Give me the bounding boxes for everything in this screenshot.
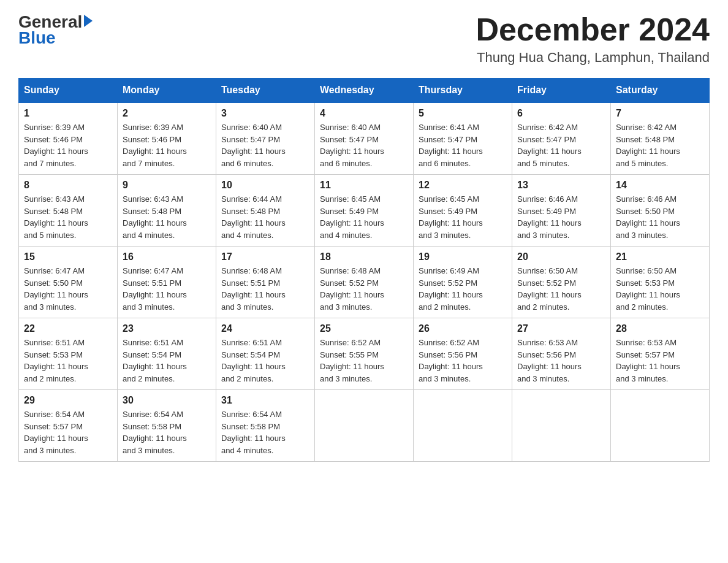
day-number: 20 — [517, 251, 605, 262]
day-number: 4 — [320, 108, 408, 119]
day-number: 17 — [221, 251, 309, 262]
day-info: Sunrise: 6:41 AM Sunset: 5:47 PM Dayligh… — [419, 121, 507, 169]
table-cell — [414, 390, 512, 462]
table-cell: 31 Sunrise: 6:54 AM Sunset: 5:58 PM Dayl… — [216, 390, 315, 462]
table-row: 1 Sunrise: 6:39 AM Sunset: 5:46 PM Dayli… — [19, 102, 710, 175]
table-cell: 25 Sunrise: 6:52 AM Sunset: 5:55 PM Dayl… — [315, 318, 414, 390]
day-info: Sunrise: 6:51 AM Sunset: 5:53 PM Dayligh… — [24, 337, 112, 385]
day-info: Sunrise: 6:54 AM Sunset: 5:58 PM Dayligh… — [123, 408, 211, 456]
table-cell: 5 Sunrise: 6:41 AM Sunset: 5:47 PM Dayli… — [414, 102, 512, 175]
table-cell: 18 Sunrise: 6:48 AM Sunset: 5:52 PM Dayl… — [315, 247, 414, 318]
table-cell: 1 Sunrise: 6:39 AM Sunset: 5:46 PM Dayli… — [19, 102, 118, 175]
col-thursday: Thursday — [414, 79, 512, 103]
table-cell: 19 Sunrise: 6:49 AM Sunset: 5:52 PM Dayl… — [414, 247, 512, 318]
day-info: Sunrise: 6:47 AM Sunset: 5:51 PM Dayligh… — [123, 265, 211, 313]
table-row: 15 Sunrise: 6:47 AM Sunset: 5:50 PM Dayl… — [19, 247, 710, 318]
day-number: 30 — [123, 395, 211, 406]
day-info: Sunrise: 6:47 AM Sunset: 5:50 PM Dayligh… — [24, 265, 112, 313]
day-info: Sunrise: 6:52 AM Sunset: 5:56 PM Dayligh… — [419, 337, 507, 385]
table-row: 29 Sunrise: 6:54 AM Sunset: 5:57 PM Dayl… — [19, 390, 710, 462]
day-number: 31 — [221, 395, 309, 406]
day-info: Sunrise: 6:53 AM Sunset: 5:56 PM Dayligh… — [517, 337, 605, 385]
header-row: Sunday Monday Tuesday Wednesday Thursday… — [19, 79, 710, 103]
day-info: Sunrise: 6:53 AM Sunset: 5:57 PM Dayligh… — [616, 337, 704, 385]
table-cell — [611, 390, 710, 462]
day-number: 18 — [320, 251, 408, 262]
table-cell: 2 Sunrise: 6:39 AM Sunset: 5:46 PM Dayli… — [118, 102, 216, 175]
day-number: 19 — [419, 251, 507, 262]
table-cell: 14 Sunrise: 6:46 AM Sunset: 5:50 PM Dayl… — [611, 175, 710, 247]
table-cell: 17 Sunrise: 6:48 AM Sunset: 5:51 PM Dayl… — [216, 247, 315, 318]
day-number: 27 — [517, 323, 605, 334]
title-area: December 2024 Thung Hua Chang, Lamphun, … — [476, 12, 710, 66]
col-tuesday: Tuesday — [216, 79, 315, 103]
table-cell: 10 Sunrise: 6:44 AM Sunset: 5:48 PM Dayl… — [216, 175, 315, 247]
day-info: Sunrise: 6:46 AM Sunset: 5:49 PM Dayligh… — [517, 193, 605, 241]
day-number: 14 — [616, 180, 704, 191]
day-number: 10 — [221, 180, 309, 191]
table-cell: 29 Sunrise: 6:54 AM Sunset: 5:57 PM Dayl… — [19, 390, 118, 462]
table-row: 8 Sunrise: 6:43 AM Sunset: 5:48 PM Dayli… — [19, 175, 710, 247]
table-cell: 30 Sunrise: 6:54 AM Sunset: 5:58 PM Dayl… — [118, 390, 216, 462]
table-cell: 15 Sunrise: 6:47 AM Sunset: 5:50 PM Dayl… — [19, 247, 118, 318]
day-info: Sunrise: 6:40 AM Sunset: 5:47 PM Dayligh… — [320, 121, 408, 169]
day-number: 6 — [517, 108, 605, 119]
table-cell: 26 Sunrise: 6:52 AM Sunset: 5:56 PM Dayl… — [414, 318, 512, 390]
table-cell: 27 Sunrise: 6:53 AM Sunset: 5:56 PM Dayl… — [512, 318, 611, 390]
table-cell: 22 Sunrise: 6:51 AM Sunset: 5:53 PM Dayl… — [19, 318, 118, 390]
day-number: 16 — [123, 251, 211, 262]
table-cell: 21 Sunrise: 6:50 AM Sunset: 5:53 PM Dayl… — [611, 247, 710, 318]
col-sunday: Sunday — [19, 79, 118, 103]
col-wednesday: Wednesday — [315, 79, 414, 103]
day-info: Sunrise: 6:42 AM Sunset: 5:48 PM Dayligh… — [616, 121, 704, 169]
day-info: Sunrise: 6:43 AM Sunset: 5:48 PM Dayligh… — [123, 193, 211, 241]
table-cell: 9 Sunrise: 6:43 AM Sunset: 5:48 PM Dayli… — [118, 175, 216, 247]
table-cell: 23 Sunrise: 6:51 AM Sunset: 5:54 PM Dayl… — [118, 318, 216, 390]
day-info: Sunrise: 6:45 AM Sunset: 5:49 PM Dayligh… — [320, 193, 408, 241]
day-number: 25 — [320, 323, 408, 334]
table-cell: 12 Sunrise: 6:45 AM Sunset: 5:49 PM Dayl… — [414, 175, 512, 247]
col-monday: Monday — [118, 79, 216, 103]
day-number: 1 — [24, 108, 112, 119]
day-info: Sunrise: 6:43 AM Sunset: 5:48 PM Dayligh… — [24, 193, 112, 241]
day-info: Sunrise: 6:50 AM Sunset: 5:53 PM Dayligh… — [616, 265, 704, 313]
day-number: 2 — [123, 108, 211, 119]
day-info: Sunrise: 6:51 AM Sunset: 5:54 PM Dayligh… — [123, 337, 211, 385]
day-number: 29 — [24, 395, 112, 406]
table-cell: 24 Sunrise: 6:51 AM Sunset: 5:54 PM Dayl… — [216, 318, 315, 390]
col-saturday: Saturday — [611, 79, 710, 103]
day-info: Sunrise: 6:40 AM Sunset: 5:47 PM Dayligh… — [221, 121, 309, 169]
day-info: Sunrise: 6:54 AM Sunset: 5:57 PM Dayligh… — [24, 408, 112, 456]
day-info: Sunrise: 6:48 AM Sunset: 5:51 PM Dayligh… — [221, 265, 309, 313]
day-info: Sunrise: 6:44 AM Sunset: 5:48 PM Dayligh… — [221, 193, 309, 241]
logo-triangle-icon — [84, 15, 93, 27]
day-number: 13 — [517, 180, 605, 191]
calendar-table: Sunday Monday Tuesday Wednesday Thursday… — [18, 78, 710, 462]
table-cell: 6 Sunrise: 6:42 AM Sunset: 5:47 PM Dayli… — [512, 102, 611, 175]
day-number: 26 — [419, 323, 507, 334]
day-info: Sunrise: 6:42 AM Sunset: 5:47 PM Dayligh… — [517, 121, 605, 169]
table-row: 22 Sunrise: 6:51 AM Sunset: 5:53 PM Dayl… — [19, 318, 710, 390]
day-info: Sunrise: 6:54 AM Sunset: 5:58 PM Dayligh… — [221, 408, 309, 456]
day-number: 28 — [616, 323, 704, 334]
subtitle: Thung Hua Chang, Lamphun, Thailand — [476, 50, 710, 66]
day-info: Sunrise: 6:50 AM Sunset: 5:52 PM Dayligh… — [517, 265, 605, 313]
day-info: Sunrise: 6:39 AM Sunset: 5:46 PM Dayligh… — [123, 121, 211, 169]
day-number: 23 — [123, 323, 211, 334]
day-info: Sunrise: 6:45 AM Sunset: 5:49 PM Dayligh… — [419, 193, 507, 241]
logo: General Blue — [18, 12, 93, 48]
day-info: Sunrise: 6:51 AM Sunset: 5:54 PM Dayligh… — [221, 337, 309, 385]
table-cell: 20 Sunrise: 6:50 AM Sunset: 5:52 PM Dayl… — [512, 247, 611, 318]
col-friday: Friday — [512, 79, 611, 103]
table-cell: 4 Sunrise: 6:40 AM Sunset: 5:47 PM Dayli… — [315, 102, 414, 175]
day-info: Sunrise: 6:39 AM Sunset: 5:46 PM Dayligh… — [24, 121, 112, 169]
day-number: 9 — [123, 180, 211, 191]
day-number: 11 — [320, 180, 408, 191]
table-cell: 3 Sunrise: 6:40 AM Sunset: 5:47 PM Dayli… — [216, 102, 315, 175]
day-number: 8 — [24, 180, 112, 191]
day-number: 21 — [616, 251, 704, 262]
day-number: 15 — [24, 251, 112, 262]
table-cell: 16 Sunrise: 6:47 AM Sunset: 5:51 PM Dayl… — [118, 247, 216, 318]
table-cell: 7 Sunrise: 6:42 AM Sunset: 5:48 PM Dayli… — [611, 102, 710, 175]
day-number: 24 — [221, 323, 309, 334]
